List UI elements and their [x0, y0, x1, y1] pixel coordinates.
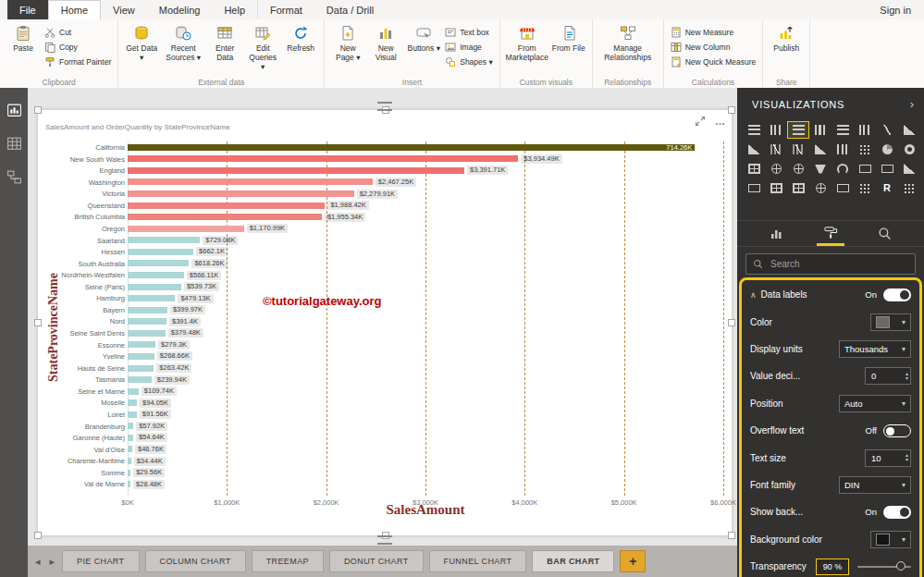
bar-washington[interactable]	[128, 178, 373, 185]
resize-handle-ne[interactable]	[728, 106, 735, 114]
transparency-input[interactable]: 90 %	[816, 559, 849, 575]
text-box-button[interactable]: Text box	[445, 27, 492, 38]
buttons-button[interactable]: Buttons ▾	[407, 22, 440, 54]
font-family-dropdown[interactable]: DIN▾	[839, 476, 911, 494]
scatter-chart-icon[interactable]	[855, 141, 875, 157]
value-decimal-stepper[interactable]: 0▴▾	[865, 367, 911, 385]
new-measure-button[interactable]: New Measure	[671, 27, 757, 38]
new-page-button[interactable]: New Page ▾	[331, 22, 364, 63]
clustered-column-chart-icon[interactable]	[810, 122, 831, 138]
page-nav-back-icon[interactable]: ◂	[33, 556, 43, 568]
filled-map-icon[interactable]	[788, 161, 808, 177]
data-labels-toggle[interactable]	[883, 288, 911, 301]
page-nav-forward-icon[interactable]: ▸	[48, 556, 57, 568]
transparency-slider[interactable]	[857, 566, 911, 568]
page-tab-column-chart[interactable]: COLUMN CHART	[145, 550, 246, 572]
funnel-icon[interactable]	[810, 161, 831, 177]
from-file-button[interactable]: From File	[552, 22, 585, 54]
bar-hessen[interactable]	[128, 249, 193, 255]
more-visuals-icon[interactable]	[899, 180, 919, 196]
tab-analytics[interactable]	[870, 221, 898, 246]
from-marketplace-button[interactable]: From Marketplace	[507, 22, 548, 63]
publish-button[interactable]: Publish	[770, 22, 803, 54]
100-stacked-column-chart-icon[interactable]	[855, 122, 875, 138]
card-icon[interactable]	[855, 161, 875, 177]
report-view-button[interactable]	[4, 100, 24, 120]
bar-victoria[interactable]	[128, 190, 354, 197]
format-painter-button[interactable]: Format Painter	[44, 56, 111, 68]
bar-south-australia[interactable]	[128, 260, 189, 266]
stacked-column-chart-icon[interactable]	[766, 122, 786, 138]
bar-bayern[interactable]	[128, 307, 167, 313]
refresh-button[interactable]: Refresh	[284, 22, 317, 54]
visual-drag-grip-top[interactable]	[377, 102, 392, 111]
show-background-toggle[interactable]	[883, 506, 911, 519]
data-view-button[interactable]	[4, 133, 24, 153]
focus-mode-icon[interactable]	[695, 116, 706, 127]
matrix-icon[interactable]	[788, 180, 808, 196]
image-button[interactable]: Image	[445, 42, 492, 53]
edit-queries-button[interactable]: Edit Queries ▾	[246, 22, 279, 71]
search-input[interactable]	[769, 258, 908, 270]
overflow-text-toggle[interactable]	[883, 424, 911, 437]
line-and-stacked-column-chart-icon[interactable]	[766, 141, 786, 157]
bar-california[interactable]: 714.26K	[128, 144, 695, 151]
100-stacked-bar-chart-icon[interactable]	[832, 122, 853, 138]
bar-nord[interactable]	[128, 318, 166, 325]
page-tab-treemap[interactable]: TREEMAP	[252, 550, 324, 572]
bar-essonne[interactable]	[128, 341, 155, 348]
bar-hauts-de-seine[interactable]	[128, 365, 154, 372]
label-color-picker[interactable]: ▾	[870, 313, 911, 331]
resize-handle-w[interactable]	[34, 319, 42, 326]
page-tab-donut-chart[interactable]: DONUT CHART	[329, 550, 424, 572]
bar-garonne-haute-[interactable]	[128, 435, 133, 441]
page-tab-funnel-chart[interactable]: FUNNEL CHART	[429, 550, 527, 572]
ribbon-tab-home[interactable]: Home	[48, 0, 101, 19]
bar-seine-paris-[interactable]	[128, 284, 181, 290]
r-script-visual-icon[interactable]: R	[877, 180, 897, 196]
shapes-button[interactable]: Shapes ▾	[445, 56, 492, 68]
bar-hamburg[interactable]	[128, 295, 175, 301]
bar-charente-maritime[interactable]	[128, 458, 131, 464]
bar-british-columbia[interactable]	[128, 214, 322, 220]
ribbon-tab-modeling[interactable]: Modeling	[147, 0, 213, 19]
donut-chart-icon[interactable]	[899, 141, 919, 157]
get-data-button[interactable]: Get Data ▾	[125, 22, 158, 63]
tab-format[interactable]	[817, 221, 844, 246]
pie-chart-icon[interactable]	[877, 141, 897, 157]
data-labels-card-title[interactable]: Data labels	[761, 289, 807, 300]
background-color-picker[interactable]: ▾	[870, 531, 911, 548]
bar-brandenburg[interactable]	[128, 423, 133, 429]
bar-tasmania[interactable]	[128, 376, 152, 383]
bar-oregon[interactable]	[128, 226, 244, 232]
map-icon[interactable]	[766, 161, 786, 177]
area-chart-icon[interactable]	[899, 122, 919, 138]
key-influencers-icon[interactable]	[855, 180, 875, 196]
paste-button[interactable]: Paste	[6, 22, 40, 54]
line-chart-icon[interactable]	[877, 122, 897, 138]
bar-val-de-marne[interactable]	[128, 481, 130, 487]
bar-nordrhein-westfalen[interactable]	[128, 272, 184, 278]
bar-chart-visual[interactable]: SalesAmount and OrderQuantity by StatePr…	[38, 110, 732, 535]
stepper-arrows-icon[interactable]: ▴▾	[906, 372, 908, 381]
resize-handle-sw[interactable]	[34, 532, 42, 539]
cut-button[interactable]: Cut	[44, 27, 111, 38]
bar-seine-et-marne[interactable]	[128, 388, 139, 395]
bar-saarland[interactable]	[128, 237, 200, 243]
table-icon[interactable]	[766, 180, 786, 196]
treemap-icon[interactable]	[744, 161, 764, 177]
manage-relationships-button[interactable]: Manage Relationships	[599, 22, 657, 63]
new-visual-button[interactable]: New Visual	[369, 22, 402, 63]
display-units-dropdown[interactable]: Thousands▾	[839, 340, 911, 358]
slicer-icon[interactable]	[744, 180, 764, 196]
resize-handle-nw[interactable]	[34, 106, 42, 114]
enter-data-button[interactable]: Enter Data	[208, 22, 241, 63]
resize-handle-e[interactable]	[728, 319, 735, 326]
collapse-pane-icon[interactable]: ›	[910, 97, 915, 111]
stacked-area-chart-icon[interactable]	[744, 141, 764, 157]
multi-row-card-icon[interactable]	[877, 161, 897, 177]
python-visual-icon[interactable]	[832, 180, 853, 196]
bar-val-d-oise[interactable]	[128, 446, 132, 452]
ribbon-tab-help[interactable]: Help	[212, 0, 257, 19]
slider-knob[interactable]	[896, 561, 906, 571]
